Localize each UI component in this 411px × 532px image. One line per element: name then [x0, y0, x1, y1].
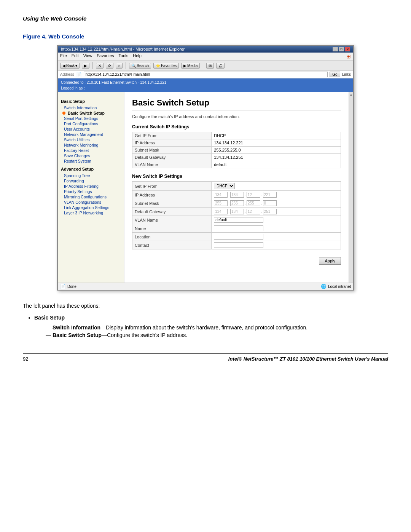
gw-octet-4[interactable]	[263, 209, 277, 214]
sub2-content: Basic Switch Setup—Configure the switch'…	[53, 332, 187, 338]
location-input[interactable]	[214, 234, 263, 240]
subnet-octet-3[interactable]	[247, 200, 260, 206]
gw-octet-3[interactable]	[247, 209, 260, 214]
table-row: VLAN Name	[132, 216, 341, 224]
browser-content: Basic Setup Switch Information Basic Swi…	[58, 92, 353, 283]
browser-statusbar: 📄 Done 🌐 Local intranet	[58, 283, 353, 290]
subnet-octet-1[interactable]	[214, 200, 228, 206]
nav-item-network-mgmt[interactable]: Network Management	[61, 132, 121, 137]
subnet-dot-2: .	[245, 201, 246, 205]
nav-item-link-agg[interactable]: Link Aggregation Settings	[61, 205, 121, 210]
go-button[interactable]: Go	[330, 72, 340, 77]
refresh-button[interactable]: ⟳	[106, 63, 113, 69]
get-ip-select[interactable]: DHCP Static	[214, 183, 235, 189]
current-settings-table: Get IP From DHCP IP Address 134.134.12.2…	[132, 132, 341, 168]
nav-item-switch-info[interactable]: Switch Information	[61, 105, 121, 110]
contact-input[interactable]	[214, 242, 263, 248]
menu-tools[interactable]: Tools	[119, 53, 129, 59]
favorites-button[interactable]: ⭐ Favorites	[153, 63, 179, 69]
menu-file[interactable]: File	[60, 53, 67, 59]
nav-item-port-config[interactable]: Port Configurations	[61, 121, 121, 126]
figure-title: Figure 4. Web Console	[23, 33, 388, 40]
gw-octet-2[interactable]	[230, 209, 244, 214]
bullet-list: Basic Setup	[34, 315, 388, 321]
nav-panel: Basic Setup Switch Information Basic Swi…	[58, 92, 124, 283]
info-line-2: Logged in as :	[61, 85, 350, 91]
search-button[interactable]: 🔍 Search	[129, 63, 151, 69]
name-label: Name	[132, 224, 212, 233]
new-gateway-label: Default Gateway	[132, 208, 212, 216]
contact-label: Contact	[132, 241, 212, 249]
home-button[interactable]: ⌂	[116, 63, 123, 69]
contact-cell	[212, 241, 341, 249]
minimize-btn[interactable]: _	[333, 47, 338, 51]
toolbar-extra-2[interactable]: 🖨	[216, 63, 225, 69]
info-line-1: Connected to : 210.101 Fast Ethernet Swi…	[61, 80, 350, 85]
titlebar-buttons: _ □ ✕	[333, 47, 350, 51]
nav-item-switch-util[interactable]: Switch Utilities	[61, 137, 121, 142]
name-input[interactable]	[214, 225, 263, 231]
apply-row: Apply	[132, 255, 341, 267]
main-title: Basic Switch Setup	[132, 98, 341, 110]
location-label: Location	[132, 233, 212, 241]
em-dash-1: —	[46, 324, 51, 331]
page-header: Using the Web Console	[23, 15, 388, 22]
apply-button[interactable]: Apply	[319, 257, 341, 265]
nav-basic-heading: Basic Setup	[61, 99, 121, 104]
new-gateway-cell: . . .	[212, 208, 341, 216]
nav-item-net-monitor[interactable]: Network Monitoring	[61, 142, 121, 148]
menu-favorites[interactable]: Favorites	[97, 53, 114, 59]
nav-item-layer3[interactable]: Layer 3 IP Networking	[61, 210, 121, 216]
maximize-btn[interactable]: □	[339, 47, 344, 51]
gw-octet-1[interactable]	[214, 209, 228, 214]
nav-item-spanning-tree[interactable]: Spanning Tree	[61, 173, 121, 178]
new-get-ip-label: Get IP From	[132, 182, 212, 191]
nav-item-serial[interactable]: Serial Port Settings	[61, 116, 121, 121]
stop-button[interactable]: ✕	[96, 63, 104, 69]
scrollbar[interactable]: ▲	[349, 92, 353, 283]
nav-item-forwarding[interactable]: Forwarding	[61, 178, 121, 184]
nav-item-user-accounts[interactable]: User Accounts	[61, 126, 121, 132]
close-btn[interactable]: ✕	[345, 47, 350, 51]
nav-item-ip-filter[interactable]: IP Address Filtering	[61, 184, 121, 189]
nav-item-vlan[interactable]: VLAN Configurations	[61, 200, 121, 205]
nav-item-factory-reset[interactable]: Factory Reset	[61, 148, 121, 153]
em-dash-2: —	[46, 332, 51, 338]
nav-item-mirroring[interactable]: Mirroring Configurations	[61, 194, 121, 200]
menu-edit[interactable]: Edit	[72, 53, 79, 59]
gateway-label: Default Gateway	[132, 154, 212, 161]
nav-item-save-changes[interactable]: Save Changes	[61, 153, 121, 158]
footer-page-number: 92	[23, 356, 28, 362]
menu-help[interactable]: Help	[133, 53, 142, 59]
table-row: Location	[132, 233, 341, 241]
subnet-dot-1: .	[228, 201, 229, 205]
table-row: IP Address . . .	[132, 191, 341, 199]
browser-toolbar: ◀ Back ▾ ▶ ✕ ⟳ ⌂ 🔍 Search ⭐ Favorites ▶ …	[58, 61, 353, 71]
vlan-input[interactable]	[214, 217, 263, 223]
toolbar-extra-1[interactable]: ✉	[206, 63, 214, 69]
subnet-octet-4[interactable]	[263, 200, 277, 206]
forward-button[interactable]: ▶	[82, 63, 89, 69]
ip-octet-3[interactable]	[247, 192, 260, 198]
windows-logo-icon: ⊞	[346, 53, 351, 59]
scroll-up-icon[interactable]: ▲	[350, 93, 353, 96]
table-row: Name	[132, 224, 341, 233]
main-panel: Basic Switch Setup Configure the switch'…	[124, 92, 349, 283]
nav-item-basic-switch[interactable]: Basic Switch Setup	[61, 110, 121, 116]
links-label: Links	[342, 72, 351, 77]
subnet-octet-2[interactable]	[230, 200, 244, 206]
address-input[interactable]	[84, 72, 328, 77]
media-button[interactable]: ▶ Media	[181, 63, 200, 69]
nav-item-priority[interactable]: Priority Settings	[61, 189, 121, 194]
menu-view[interactable]: View	[83, 53, 92, 59]
location-cell	[212, 233, 341, 241]
new-subnet-cell: . . .	[212, 199, 341, 208]
ip-octet-1[interactable]	[214, 192, 228, 198]
back-button[interactable]: ◀ Back ▾	[60, 63, 80, 69]
get-ip-value: DHCP	[212, 132, 341, 139]
browser-menubar: File Edit View Favorites Tools Help ⊞	[58, 53, 353, 61]
ip-octet-4[interactable]	[263, 192, 277, 198]
address-label: Address	[60, 72, 74, 77]
nav-item-restart[interactable]: Restart System	[61, 158, 121, 164]
ip-octet-2[interactable]	[230, 192, 244, 198]
